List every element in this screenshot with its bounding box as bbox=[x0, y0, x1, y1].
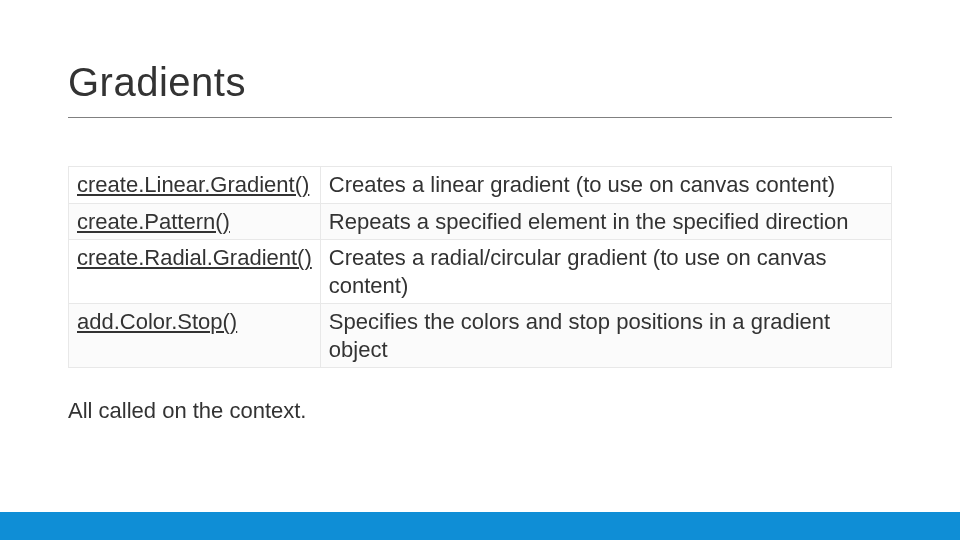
footer-text: All called on the context. bbox=[68, 398, 892, 424]
table-row: create.Linear.Gradient() Creates a linea… bbox=[69, 167, 892, 204]
method-link[interactable]: create.Linear.Gradient() bbox=[77, 172, 309, 197]
description-cell: Repeats a specified element in the speci… bbox=[320, 203, 891, 240]
table-row: create.Radial.Gradient() Creates a radia… bbox=[69, 240, 892, 304]
method-cell: add.Color.Stop() bbox=[69, 304, 321, 368]
method-cell: create.Pattern() bbox=[69, 203, 321, 240]
slide: Gradients create.Linear.Gradient() Creat… bbox=[0, 0, 960, 540]
description-cell: Creates a radial/circular gradient (to u… bbox=[320, 240, 891, 304]
method-cell: create.Radial.Gradient() bbox=[69, 240, 321, 304]
table-row: create.Pattern() Repeats a specified ele… bbox=[69, 203, 892, 240]
api-table: create.Linear.Gradient() Creates a linea… bbox=[68, 166, 892, 368]
title-divider bbox=[68, 117, 892, 118]
method-link[interactable]: create.Pattern() bbox=[77, 209, 230, 234]
method-link[interactable]: create.Radial.Gradient() bbox=[77, 245, 312, 270]
bottom-accent-bar bbox=[0, 512, 960, 540]
table-row: add.Color.Stop() Specifies the colors an… bbox=[69, 304, 892, 368]
method-cell: create.Linear.Gradient() bbox=[69, 167, 321, 204]
description-cell: Creates a linear gradient (to use on can… bbox=[320, 167, 891, 204]
slide-title: Gradients bbox=[68, 60, 892, 113]
description-cell: Specifies the colors and stop positions … bbox=[320, 304, 891, 368]
method-link[interactable]: add.Color.Stop() bbox=[77, 309, 237, 334]
